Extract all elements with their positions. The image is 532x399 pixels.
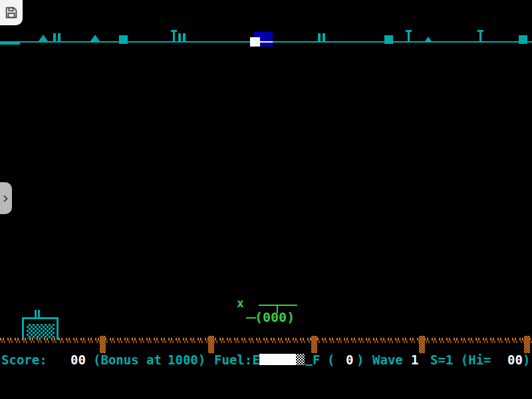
radar-player-marker — [250, 37, 260, 47]
chopper-body: (000) — [255, 311, 295, 324]
fuel-gauge-bar — [259, 354, 296, 365]
ground-post — [100, 336, 106, 353]
floppy-disk-icon — [4, 5, 19, 20]
hi-close: ) — [523, 353, 530, 366]
radar-terrain-line-stub — [0, 42, 20, 45]
radar-blip-tee — [171, 30, 177, 41]
fuel-gauge-bar-end — [296, 354, 305, 365]
game-screen: x ` (000) Score: 00 (Bonus at 1000) Fuel… — [0, 0, 532, 399]
radar-viewport-line — [260, 41, 273, 43]
ammo-value: 0 — [346, 353, 353, 366]
radar-blip-bars — [178, 33, 186, 41]
ground-post — [311, 336, 317, 353]
fuel-full-label: F — [313, 353, 320, 366]
ground-post — [208, 336, 214, 353]
radar-blip-triangle — [39, 35, 48, 41]
hi-value: 00 — [507, 353, 523, 366]
radar-blip-triangle — [90, 35, 100, 41]
fuel-label: Fuel:E — [214, 353, 260, 366]
bonus-label: (Bonus at — [93, 353, 162, 366]
score-value: 00 — [70, 353, 86, 366]
radar-blip-bars — [318, 33, 325, 41]
radar-blip-triangle-small — [425, 37, 432, 41]
radar-blip-square — [119, 35, 128, 44]
save-state-button[interactable] — [0, 0, 23, 25]
bonus-value: 1000) — [168, 353, 205, 366]
radar-blip-tee — [406, 30, 412, 41]
radar-blip-square — [519, 35, 527, 44]
ground-strip — [0, 338, 532, 343]
radar-blip-square — [384, 35, 393, 44]
wave-value: 1 — [411, 353, 418, 366]
drawer-toggle-button[interactable]: › — [0, 182, 12, 214]
ground-post — [419, 336, 425, 353]
ground-post — [524, 336, 530, 353]
fuel-gauge-empty — [305, 364, 313, 366]
radar-blip-bars — [53, 33, 61, 41]
chopper-rotor — [259, 305, 297, 306]
fuel-depot — [22, 309, 59, 340]
chevron-right-icon: › — [2, 190, 9, 206]
chopper-hook: ` — [237, 303, 246, 318]
ammo-close: ) — [356, 353, 364, 366]
ammo-open: ( — [327, 353, 334, 366]
depot-fuel-pattern — [27, 324, 55, 338]
wave-label: Wave — [372, 353, 403, 366]
score-label: Score: — [1, 353, 47, 366]
radar-blip-tee — [477, 30, 483, 41]
ships-hi-label: S=1 (Hi= — [430, 353, 491, 366]
